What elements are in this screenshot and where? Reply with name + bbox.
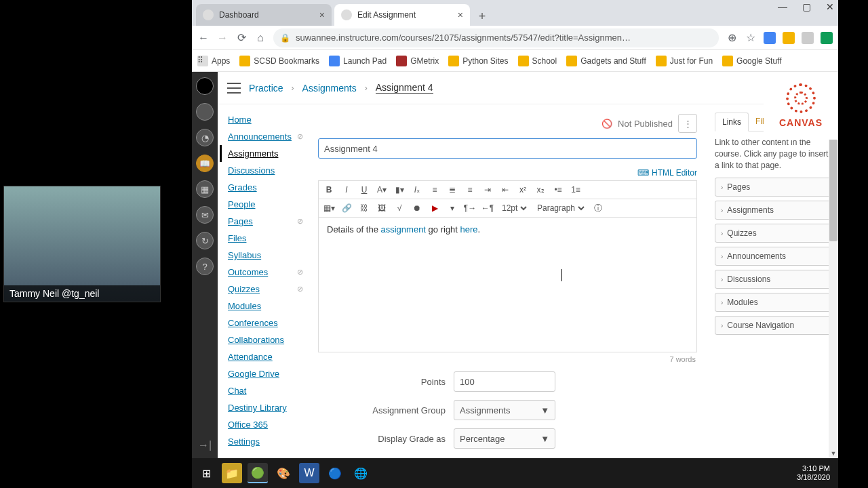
nav-discussions[interactable]: Discussions [225, 162, 306, 179]
bookmark-school[interactable]: School [518, 56, 557, 66]
acc-pages[interactable]: ›Pages [715, 178, 833, 197]
superscript-button[interactable]: x² [517, 184, 529, 196]
nav-assignments[interactable]: Assignments [220, 145, 306, 162]
unlink-button[interactable]: ⛓ [358, 202, 370, 214]
nav-office365[interactable]: Office 365 [225, 416, 306, 433]
crumb-course[interactable]: Practice [249, 83, 283, 94]
nav-collaborations[interactable]: Collaborations [225, 331, 306, 348]
indent-button[interactable]: ⇥ [481, 184, 494, 196]
acc-assignments[interactable]: ›Assignments [715, 201, 833, 220]
number-list-button[interactable]: 1≡ [570, 184, 582, 196]
underline-button[interactable]: U [358, 184, 370, 196]
embed-button[interactable]: ▾ [446, 202, 458, 214]
acc-course-navigation[interactable]: ›Course Navigation [715, 316, 833, 335]
hamburger-icon[interactable] [227, 83, 241, 94]
maximize-icon[interactable]: ▢ [802, 1, 811, 12]
assignment-group-select[interactable]: Assignments▼ [454, 400, 555, 420]
accessibility-icon[interactable]: ⓘ [592, 202, 604, 214]
courses-icon[interactable]: 📖 [196, 155, 214, 172]
display-grade-select[interactable]: Percentage▼ [454, 428, 555, 449]
rtl-button[interactable]: ←¶ [481, 202, 494, 214]
bold-button[interactable]: B [323, 184, 335, 196]
nav-conferences[interactable]: Conferences [225, 314, 306, 331]
back-button[interactable]: ← [197, 32, 210, 44]
forward-button[interactable]: → [216, 32, 229, 44]
nav-grades[interactable]: Grades [225, 179, 306, 196]
extension-icon[interactable] [783, 32, 795, 44]
assignment-title-input[interactable] [318, 138, 697, 159]
word-icon[interactable]: W [299, 463, 319, 483]
block-format-select[interactable]: Paragraph [534, 203, 587, 214]
acc-modules[interactable]: ›Modules [715, 293, 833, 312]
align-left-button[interactable]: ≡ [429, 184, 441, 196]
close-icon[interactable]: × [458, 9, 463, 20]
bookmark-scsd[interactable]: SCSD Bookmarks [239, 56, 319, 66]
youtube-button[interactable]: ▶ [429, 202, 441, 214]
text-color-button[interactable]: A▾ [376, 184, 388, 196]
nav-settings[interactable]: Settings [225, 433, 306, 450]
commons-icon[interactable]: ↻ [196, 232, 214, 249]
close-window-icon[interactable]: ✕ [826, 1, 834, 12]
bookmark-fun[interactable]: Just for Fun [656, 56, 713, 66]
search-icon[interactable]: ⊕ [726, 32, 738, 44]
rte-body[interactable]: Details of the assignment go right here. [318, 217, 697, 352]
explorer-icon[interactable]: 📁 [222, 463, 242, 483]
new-tab-button[interactable]: + [473, 7, 492, 26]
nav-chat[interactable]: Chat [225, 382, 306, 399]
bookmark-launchpad[interactable]: Launch Pad [329, 56, 387, 66]
tab-links[interactable]: Links [715, 113, 749, 131]
nav-files[interactable]: Files [225, 230, 306, 247]
body-link-here[interactable]: here [460, 224, 478, 235]
url-box[interactable]: 🔒 suwannee.instructure.com/courses/21075… [273, 28, 719, 47]
acc-discussions[interactable]: ›Discussions [715, 270, 833, 289]
nav-home[interactable]: Home [225, 111, 306, 128]
home-button[interactable]: ⌂ [254, 32, 267, 44]
app-icon[interactable]: 🎨 [273, 463, 294, 483]
browser-tab-edit-assignment[interactable]: Edit Assignment × [334, 4, 470, 26]
close-icon[interactable]: × [319, 9, 325, 20]
bookmark-apps[interactable]: ⠿Apps [197, 56, 230, 66]
ltr-button[interactable]: ¶→ [464, 202, 476, 214]
font-size-select[interactable]: 12pt [499, 203, 529, 214]
outdent-button[interactable]: ⇤ [499, 184, 511, 196]
school-logo-icon[interactable] [196, 77, 214, 95]
nav-syllabus[interactable]: Syllabus [225, 247, 306, 264]
minimize-icon[interactable]: — [778, 1, 787, 12]
extension-icon[interactable] [764, 32, 776, 44]
subscript-button[interactable]: x₂ [534, 184, 547, 196]
extension-icon[interactable] [802, 32, 814, 44]
align-right-button[interactable]: ≡ [464, 184, 476, 196]
body-link-assignment[interactable]: assignment [381, 224, 426, 235]
browser-tab-dashboard[interactable]: Dashboard × [196, 4, 332, 26]
extension-icon[interactable] [821, 32, 833, 44]
media-button[interactable]: ⏺ [411, 202, 423, 214]
crumb-assignments[interactable]: Assignments [302, 83, 357, 94]
expand-nav-icon[interactable]: →| [198, 439, 212, 451]
nav-attendance[interactable]: Attendance [225, 348, 306, 365]
start-button[interactable]: ⊞ [196, 463, 216, 483]
equation-button[interactable]: √ [393, 202, 406, 214]
reload-button[interactable]: ⟳ [235, 32, 248, 44]
clock[interactable]: 3:10 PM 3/18/2020 [797, 464, 834, 482]
bullet-list-button[interactable]: •≡ [552, 184, 564, 196]
chrome-icon-2[interactable]: 🌐 [351, 463, 371, 483]
align-center-button[interactable]: ≣ [446, 184, 458, 196]
nav-quizzes[interactable]: Quizzes⊘ [225, 281, 306, 298]
app-icon-2[interactable]: 🔵 [325, 463, 345, 483]
image-button[interactable]: 🖼 [376, 202, 388, 214]
nav-modules[interactable]: Modules [225, 298, 306, 314]
italic-button[interactable]: I [340, 184, 353, 196]
scroll-down-icon[interactable]: ▼ [829, 449, 838, 458]
bookmark-google[interactable]: Google Stuff [722, 56, 782, 66]
nav-people[interactable]: People [225, 196, 306, 213]
nav-outcomes[interactable]: Outcomes⊘ [225, 264, 306, 281]
acc-announcements[interactable]: ›Announcements [715, 247, 833, 266]
bg-color-button[interactable]: ▮▾ [393, 184, 406, 196]
nav-pages[interactable]: Pages⊘ [225, 213, 306, 230]
nav-announcements[interactable]: Announcements⊘ [225, 128, 306, 145]
bookmark-python[interactable]: Python Sites [448, 56, 508, 66]
clear-format-button[interactable]: Iₓ [411, 184, 423, 196]
bookmark-gadgets[interactable]: Gadgets and Stuff [566, 56, 646, 66]
nav-destiny[interactable]: Destiny Library [225, 399, 306, 416]
table-button[interactable]: ▦▾ [323, 202, 335, 214]
